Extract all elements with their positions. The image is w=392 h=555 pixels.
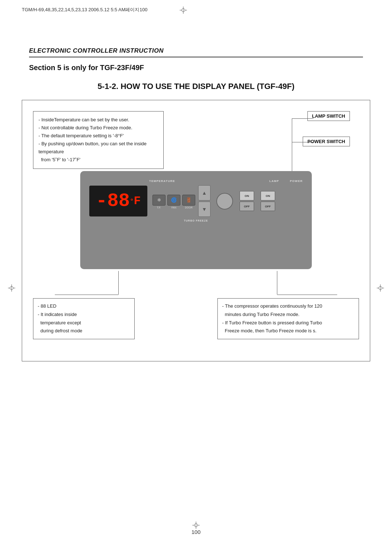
temp-down-button[interactable]: ▼ <box>198 202 211 217</box>
page-header: TGM/H-69,48,35,22,14,5,23,13 2006.5.12 5… <box>22 7 147 13</box>
callout-top-left: - InsideTemperature can be set by the us… <box>33 111 164 169</box>
power-off-button[interactable]: OFF <box>261 202 275 211</box>
lamp-label: LAMP <box>269 179 279 183</box>
icon-col-labels: T.F. FAN DOOR <box>152 206 195 209</box>
lamp-control-group: ON OFF <box>240 191 254 211</box>
subtitle: Section 5 is only for TGF-23F/49F <box>29 64 144 72</box>
lamp-on-button[interactable]: ON <box>240 191 254 200</box>
fan-label: FAN <box>167 206 180 209</box>
icon-row: ❄ 🌀 🚪 <box>152 195 195 206</box>
fan-button[interactable]: 🌀 <box>167 195 180 206</box>
temperature-display: -88°F <box>89 186 147 216</box>
power-switch-label: POWER SWITCH <box>303 137 350 146</box>
callout-bottom-left-text: - 88 LED - It indicates inside temperatu… <box>38 302 130 335</box>
temperature-label: TEMPERATURE <box>149 179 175 183</box>
temp-control-group: ▲ ▼ <box>198 185 211 217</box>
callout-bottom-right-text: - The compressor operates continuously f… <box>222 302 354 335</box>
section-title: ELECTRONIC CONTROLLER INSTRUCTION <box>29 47 164 54</box>
turbo-freeze-button[interactable] <box>216 193 233 210</box>
door-button[interactable]: 🚪 <box>182 195 195 206</box>
power-label: POWER <box>290 179 303 183</box>
tf-label: T.F. <box>152 206 166 209</box>
main-heading: 5-1-2. HOW TO USE THE DISPLAY PANEL (TGF… <box>29 82 363 91</box>
display-unit: F <box>134 194 141 208</box>
diagram-box: - InsideTemperature can be set by the us… <box>22 100 370 361</box>
panel-bottom-row: TURBO FREEZE <box>86 219 306 222</box>
display-degree: ° <box>130 198 134 205</box>
callout-bottom-right: - The compressor operates continuously f… <box>217 298 359 339</box>
power-control-group: ON OFF <box>261 191 275 211</box>
page-number: 100 <box>191 529 200 535</box>
power-on-button[interactable]: ON <box>261 191 275 200</box>
callout-bottom-left: - 88 LED - It indicates inside temperatu… <box>33 298 135 339</box>
icon-buttons-group: ❄ 🌀 🚪 T.F. FAN DOOR <box>152 194 195 209</box>
connector-left-v <box>118 271 119 295</box>
door-label: DOOR <box>182 206 195 209</box>
callout-line-1: - InsideTemperature can be set by the us… <box>38 116 158 164</box>
lamp-switch-label: LAMP SWITCH <box>307 111 350 121</box>
connector-right-v <box>277 271 277 295</box>
turbo-freeze-label: TURBO FREEZE <box>184 219 208 222</box>
connector-right-h <box>277 295 337 295</box>
connector-left-h <box>55 295 118 295</box>
crosshair-top <box>180 7 187 14</box>
crosshair-right <box>377 284 384 292</box>
temp-up-button[interactable]: ▲ <box>198 185 211 200</box>
lamp-off-button[interactable]: OFF <box>240 202 254 211</box>
power-line-horizontal <box>292 142 314 142</box>
panel-main-row: -88°F ❄ 🌀 🚪 T.F. FAN DOOR <box>86 183 306 219</box>
tf-button[interactable]: ❄ <box>152 195 166 206</box>
lamp-line-horizontal <box>292 118 314 119</box>
crosshair-left <box>8 284 15 292</box>
panel-top-row: TEMPERATURE LAMP POWER <box>86 177 306 183</box>
display-value: -88 <box>96 190 130 212</box>
section-title-container: ELECTRONIC CONTROLLER INSTRUCTION <box>29 47 363 57</box>
control-panel: TEMPERATURE LAMP POWER -88°F ❄ 🌀 🚪 <box>80 171 312 269</box>
panel-inner: TEMPERATURE LAMP POWER -88°F ❄ 🌀 🚪 <box>86 177 306 264</box>
crosshair-bottom <box>192 522 200 529</box>
